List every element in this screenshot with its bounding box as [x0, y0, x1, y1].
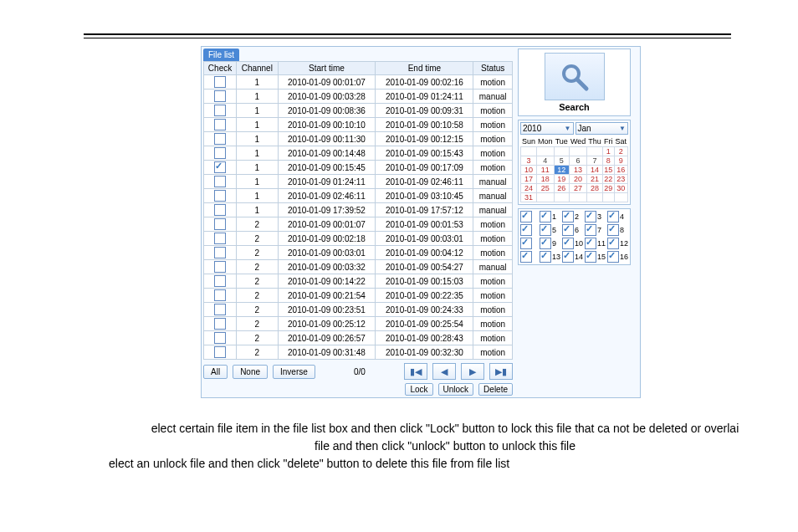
- channel-item[interactable]: 4: [607, 211, 628, 223]
- channel-checkbox[interactable]: [607, 238, 619, 249]
- next-page-button[interactable]: ▶: [461, 363, 484, 380]
- calendar-day[interactable]: 2: [614, 147, 627, 156]
- channel-item[interactable]: 9: [540, 238, 560, 249]
- table-row[interactable]: 12010-01-09 17:39:522010-01-09 17:57:12m…: [204, 203, 513, 217]
- row-checkbox[interactable]: [214, 261, 226, 273]
- unlock-button[interactable]: Unlock: [438, 383, 474, 396]
- table-row[interactable]: 22010-01-09 00:03:322010-01-09 00:54:27m…: [204, 260, 513, 274]
- calendar-day[interactable]: 21: [587, 175, 603, 184]
- table-row[interactable]: 22010-01-09 00:21:542010-01-09 00:22:35m…: [204, 289, 513, 303]
- channel-item[interactable]: 14: [562, 251, 583, 263]
- channel-item[interactable]: 13: [540, 251, 560, 263]
- row-checkbox[interactable]: [214, 233, 226, 244]
- prev-page-button[interactable]: ◀: [432, 363, 456, 380]
- table-row[interactable]: 12010-01-09 00:10:102010-01-09 00:10:58m…: [204, 118, 513, 132]
- channel-checkbox[interactable]: [585, 251, 596, 263]
- last-page-button[interactable]: ▶▮: [489, 363, 513, 380]
- channel-master-checkbox[interactable]: [520, 224, 532, 236]
- lock-button[interactable]: Lock: [405, 383, 432, 396]
- table-row[interactable]: 12010-01-09 00:01:072010-01-09 00:02:16m…: [204, 75, 513, 90]
- row-checkbox[interactable]: [214, 147, 226, 159]
- channel-item[interactable]: 5: [540, 224, 560, 236]
- calendar-day[interactable]: 24: [521, 184, 537, 193]
- row-checkbox[interactable]: [214, 161, 226, 173]
- year-select[interactable]: 2010▼: [520, 122, 574, 135]
- row-checkbox[interactable]: [214, 346, 226, 358]
- table-row[interactable]: 12010-01-09 00:11:302010-01-09 00:12:15m…: [204, 132, 513, 146]
- table-row[interactable]: 12010-01-09 00:03:282010-01-09 01:24:11m…: [204, 90, 513, 104]
- calendar-day[interactable]: 9: [614, 156, 627, 166]
- channel-checkbox[interactable]: [540, 251, 551, 263]
- calendar-day[interactable]: 26: [554, 184, 569, 193]
- table-row[interactable]: 22010-01-09 00:14:222010-01-09 00:15:03m…: [204, 274, 513, 289]
- channel-item[interactable]: 2: [562, 211, 583, 223]
- channel-checkbox[interactable]: [562, 238, 574, 249]
- row-checkbox[interactable]: [214, 332, 226, 344]
- channel-checkbox[interactable]: [585, 211, 596, 223]
- calendar-day[interactable]: 25: [537, 184, 555, 193]
- channel-item[interactable]: 12: [607, 238, 628, 249]
- calendar-day[interactable]: 18: [537, 175, 555, 184]
- table-row[interactable]: 12010-01-09 00:15:452010-01-09 00:17:09m…: [204, 161, 513, 175]
- row-checkbox[interactable]: [214, 275, 226, 287]
- channel-checkbox[interactable]: [562, 224, 574, 236]
- channel-checkbox[interactable]: [540, 238, 551, 249]
- channel-master-checkbox[interactable]: [520, 251, 532, 263]
- month-select[interactable]: Jan▼: [575, 122, 629, 135]
- channel-checkbox[interactable]: [585, 238, 596, 249]
- table-row[interactable]: 22010-01-09 00:23:512010-01-09 00:24:33m…: [204, 303, 513, 317]
- row-checkbox[interactable]: [214, 133, 226, 145]
- row-checkbox[interactable]: [214, 176, 226, 187]
- channel-item[interactable]: 15: [585, 251, 606, 263]
- table-row[interactable]: 12010-01-09 02:46:112010-01-09 03:10:45m…: [204, 189, 513, 203]
- channel-item[interactable]: 10: [562, 238, 583, 249]
- row-checkbox[interactable]: [214, 76, 226, 88]
- row-checkbox[interactable]: [214, 289, 226, 301]
- calendar-day[interactable]: 3: [521, 156, 537, 166]
- row-checkbox[interactable]: [214, 204, 226, 216]
- calendar-day[interactable]: 17: [521, 175, 537, 184]
- calendar-day[interactable]: 14: [587, 166, 603, 175]
- calendar-day[interactable]: 19: [554, 175, 569, 184]
- calendar-day[interactable]: 16: [614, 166, 627, 175]
- calendar-day[interactable]: 31: [521, 193, 537, 202]
- calendar-day[interactable]: 10: [521, 166, 537, 175]
- calendar-day[interactable]: 13: [569, 166, 587, 175]
- channel-checkbox[interactable]: [607, 224, 619, 236]
- table-row[interactable]: 22010-01-09 00:01:072010-01-09 00:01:53m…: [204, 217, 513, 232]
- table-row[interactable]: 22010-01-09 00:02:182010-01-09 00:03:01m…: [204, 232, 513, 246]
- all-button[interactable]: All: [203, 365, 228, 379]
- channel-checkbox[interactable]: [540, 211, 551, 223]
- calendar-day[interactable]: 12: [554, 166, 569, 175]
- row-checkbox[interactable]: [214, 190, 226, 202]
- table-row[interactable]: 22010-01-09 00:03:012010-01-09 00:04:12m…: [204, 246, 513, 260]
- calendar-day[interactable]: 1: [602, 147, 614, 156]
- row-checkbox[interactable]: [214, 119, 226, 130]
- calendar-day[interactable]: 11: [537, 166, 555, 175]
- channel-checkbox[interactable]: [562, 211, 574, 223]
- channel-item[interactable]: 16: [607, 251, 628, 263]
- calendar-day[interactable]: 20: [569, 175, 587, 184]
- table-row[interactable]: 12010-01-09 00:08:362010-01-09 00:09:31m…: [204, 104, 513, 118]
- table-row[interactable]: 22010-01-09 00:25:122010-01-09 00:25:54m…: [204, 317, 513, 331]
- calendar-day[interactable]: 30: [614, 184, 627, 193]
- channel-checkbox[interactable]: [562, 251, 574, 263]
- channel-item[interactable]: 7: [585, 224, 606, 236]
- channel-checkbox[interactable]: [607, 211, 619, 223]
- calendar-day[interactable]: 6: [569, 156, 587, 166]
- channel-item[interactable]: 1: [540, 211, 560, 223]
- calendar-day[interactable]: 8: [602, 156, 614, 166]
- table-row[interactable]: 12010-01-09 00:14:482010-01-09 00:15:43m…: [204, 146, 513, 161]
- row-checkbox[interactable]: [214, 105, 226, 116]
- calendar-day[interactable]: 29: [602, 184, 614, 193]
- channel-master-checkbox[interactable]: [520, 238, 532, 249]
- calendar-day[interactable]: 5: [554, 156, 569, 166]
- calendar-day[interactable]: 7: [587, 156, 603, 166]
- row-checkbox[interactable]: [214, 318, 226, 330]
- calendar-day[interactable]: 23: [614, 175, 627, 184]
- channel-item[interactable]: 6: [562, 224, 583, 236]
- search-icon[interactable]: [545, 53, 605, 100]
- calendar-day[interactable]: 15: [602, 166, 614, 175]
- inverse-button[interactable]: Inverse: [273, 365, 315, 379]
- channel-item[interactable]: 8: [607, 224, 628, 236]
